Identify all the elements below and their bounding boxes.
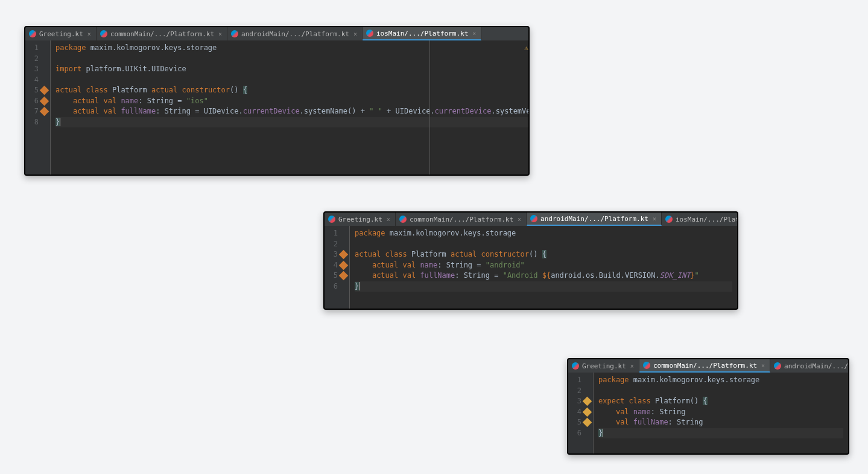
editor-tab[interactable]: androidMain/.../Platform.kt× xyxy=(527,213,662,226)
kotlin-file-icon xyxy=(399,216,407,223)
line-number: 7 xyxy=(30,106,39,117)
actual-marker-icon[interactable] xyxy=(339,271,349,281)
close-icon[interactable]: × xyxy=(516,216,522,223)
code-area[interactable]: package maxim.kolmogorov.keys.storageexp… xyxy=(594,373,848,455)
kotlin-file-icon xyxy=(530,215,537,222)
code-line[interactable]: package maxim.kolmogorov.keys.storage xyxy=(598,375,843,386)
editor-tab[interactable]: iosMain/.../Platform.kt× xyxy=(363,27,481,40)
line-number: 6 xyxy=(573,428,581,439)
editor-tab[interactable]: commonMain/.../Platform.kt× xyxy=(97,27,227,40)
line-gutter: 123456 xyxy=(325,226,350,310)
close-icon[interactable]: × xyxy=(217,31,223,37)
line-number: 5 xyxy=(573,417,581,428)
code-line[interactable]: expect class Platform() { xyxy=(598,396,843,407)
expect-marker-icon[interactable] xyxy=(583,397,592,406)
line-number: 4 xyxy=(573,407,581,418)
actual-marker-icon[interactable] xyxy=(40,107,49,117)
tab-label: Greeting.kt xyxy=(39,30,83,38)
code-line[interactable] xyxy=(55,75,530,86)
line-number: 2 xyxy=(573,386,581,397)
editor-tab[interactable]: Greeting.kt× xyxy=(325,213,396,226)
expect-marker-icon[interactable] xyxy=(583,407,592,417)
code-line[interactable]: val name: String xyxy=(598,407,843,418)
tab-label: androidMain/.../Platform.kt xyxy=(540,215,648,223)
editor-tab[interactable]: commonMain/.../Platform.kt× xyxy=(396,213,527,226)
code-area[interactable]: package maxim.kolmogorov.keys.storageact… xyxy=(350,226,737,310)
text-caret xyxy=(603,429,603,437)
editor-window: Greeting.kt×commonMain/.../Platform.kt×a… xyxy=(323,211,738,310)
code-line[interactable]: } xyxy=(598,428,843,439)
actual-marker-icon[interactable] xyxy=(40,86,49,95)
kotlin-file-icon xyxy=(643,362,650,369)
tab-label: commonMain/.../Platform.kt xyxy=(410,216,513,223)
editor-tab[interactable]: androidMain/.../Platform.kt× xyxy=(227,27,363,40)
code-line[interactable]: actual val name: String = "ios" xyxy=(55,96,530,107)
code-line[interactable]: actual class Platform actual constructor… xyxy=(355,249,732,260)
code-line[interactable]: package maxim.kolmogorov.keys.storage xyxy=(55,43,530,54)
code-line[interactable]: actual class Platform actual constructor… xyxy=(55,85,530,96)
close-icon[interactable]: × xyxy=(385,216,391,223)
kotlin-file-icon xyxy=(572,362,579,370)
code-line[interactable]: import platform.UIKit.UIDevice xyxy=(55,64,530,75)
text-caret xyxy=(60,118,60,126)
code-line[interactable] xyxy=(355,239,732,250)
line-number: 1 xyxy=(573,375,581,386)
line-number: 6 xyxy=(329,281,338,292)
editor-tab[interactable]: androidMain/.../Platform.kt× xyxy=(770,359,848,373)
editor-window: Greeting.kt×commonMain/.../Platform.kt×a… xyxy=(24,26,530,176)
line-number: 2 xyxy=(30,54,39,65)
line-number: 5 xyxy=(329,271,338,281)
kotlin-file-icon xyxy=(774,362,781,370)
tab-label: commonMain/.../Platform.kt xyxy=(653,362,757,370)
actual-marker-icon[interactable] xyxy=(339,260,349,270)
tab-label: iosMain/.../Platform.kt xyxy=(676,216,737,223)
code-area[interactable]: package maxim.kolmogorov.keys.storageimp… xyxy=(51,40,530,176)
code-line[interactable] xyxy=(55,54,530,65)
actual-marker-icon[interactable] xyxy=(40,96,49,106)
code-line[interactable]: val fullName: String xyxy=(598,417,843,428)
text-caret xyxy=(359,282,360,290)
close-icon[interactable]: × xyxy=(471,30,477,37)
kotlin-file-icon xyxy=(366,30,373,37)
line-number: 1 xyxy=(329,228,338,239)
warning-icon: ⚠ xyxy=(524,44,528,52)
editor-window: Greeting.kt×commonMain/.../Platform.kt×a… xyxy=(567,358,849,455)
line-number: 3 xyxy=(329,249,338,260)
code-line[interactable] xyxy=(598,386,843,397)
code-line[interactable]: } xyxy=(55,117,530,128)
kotlin-file-icon xyxy=(328,216,335,223)
kotlin-file-icon xyxy=(231,30,238,37)
tab-bar: Greeting.kt×commonMain/.../Platform.kt×a… xyxy=(25,27,528,40)
close-icon[interactable]: × xyxy=(651,216,657,222)
tab-label: Greeting.kt xyxy=(338,216,382,223)
tab-label: commonMain/.../Platform.kt xyxy=(110,30,214,38)
editor-body: 12345678package maxim.kolmogorov.keys.st… xyxy=(25,40,528,176)
tab-label: iosMain/.../Platform.kt xyxy=(376,30,468,37)
code-line[interactable]: actual val fullName: String = UIDevice.c… xyxy=(55,106,530,117)
right-margin-guide xyxy=(429,40,430,176)
actual-marker-icon[interactable] xyxy=(339,250,349,260)
close-icon[interactable]: × xyxy=(629,363,635,370)
close-icon[interactable]: × xyxy=(352,31,358,37)
tab-label: Greeting.kt xyxy=(582,362,626,370)
code-line[interactable]: actual val name: String = "android" xyxy=(355,260,732,271)
tab-bar: Greeting.kt×commonMain/.../Platform.kt×a… xyxy=(568,359,848,373)
code-line[interactable]: package maxim.kolmogorov.keys.storage xyxy=(355,228,732,239)
kotlin-file-icon xyxy=(665,216,673,223)
line-number: 5 xyxy=(30,85,39,96)
close-icon[interactable]: × xyxy=(760,362,766,369)
code-line[interactable]: } xyxy=(355,281,732,292)
line-number: 1 xyxy=(30,43,39,54)
inspection-widget[interactable]: ⚠1⌃⌄ xyxy=(524,44,530,52)
editor-body: 123456package maxim.kolmogorov.keys.stor… xyxy=(568,373,848,455)
line-gutter: 123456 xyxy=(568,373,594,455)
code-line[interactable]: actual val fullName: String = "Android $… xyxy=(355,271,732,281)
expect-marker-icon[interactable] xyxy=(583,418,592,428)
editor-tab[interactable]: commonMain/.../Platform.kt× xyxy=(639,359,770,373)
editor-tab[interactable]: iosMain/.../Platform.kt× xyxy=(662,213,737,226)
editor-tab[interactable]: Greeting.kt× xyxy=(568,359,639,373)
close-icon[interactable]: × xyxy=(86,31,92,37)
kotlin-file-icon xyxy=(100,30,107,37)
line-number: 8 xyxy=(30,117,39,128)
editor-tab[interactable]: Greeting.kt× xyxy=(25,27,97,40)
